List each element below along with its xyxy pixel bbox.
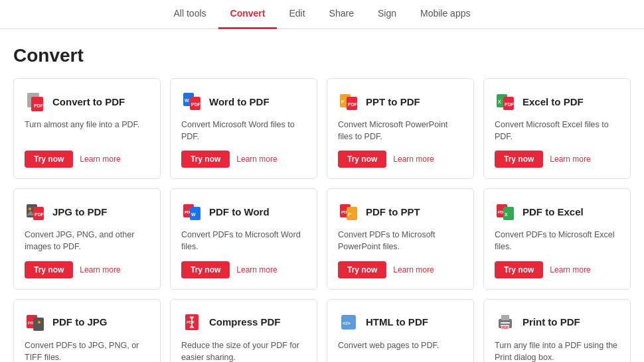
try-now-button-word-to-pdf[interactable]: Try now — [181, 151, 230, 168]
svg-text:PDF: PDF — [34, 103, 44, 108]
card-ppt-to-pdf: P PDF PPT to PDFConvert Microsoft PowerP… — [327, 78, 474, 179]
learn-more-link-jpg-to-pdf[interactable]: Learn more — [80, 265, 120, 274]
svg-text:PDF: PDF — [35, 212, 44, 217]
svg-text:PDF: PDF — [505, 102, 515, 107]
svg-text:X: X — [498, 99, 501, 104]
card-desc-ppt-to-pdf: Convert Microsoft PowerPoint files to PD… — [338, 119, 463, 143]
svg-text:P: P — [341, 99, 345, 104]
card-title-pdf-to-excel: PDF to Excel — [523, 206, 584, 217]
learn-more-link-pdf-to-word[interactable]: Learn more — [236, 265, 277, 274]
card-desc-compress-pdf: Reduce the size of your PDF for easier s… — [181, 339, 306, 363]
learn-more-link-ppt-to-pdf[interactable]: Learn more — [393, 154, 434, 164]
card-title-compress-pdf: Compress PDF — [209, 316, 281, 328]
card-desc-pdf-to-ppt: Convert PDFs to Microsoft PowerPoint fil… — [338, 229, 463, 253]
convert-to-pdf-icon: PDF — [25, 91, 46, 112]
pdf-to-ppt-icon: PDF P — [338, 201, 359, 222]
card-title-convert-to-pdf: Convert to PDF — [52, 96, 125, 107]
card-title-excel-to-pdf: Excel to PDF — [523, 96, 584, 107]
html-to-pdf-icon: </> — [338, 312, 359, 333]
card-pdf-to-excel: PDF X PDF to ExcelConvert PDFs to Micros… — [483, 188, 631, 289]
jpg-to-pdf-icon: PDF — [25, 201, 46, 222]
nav-item-all-tools[interactable]: All tools — [162, 0, 218, 29]
word-to-pdf-icon: W PDF — [181, 91, 202, 112]
learn-more-link-pdf-to-ppt[interactable]: Learn more — [393, 265, 434, 274]
learn-more-link-excel-to-pdf[interactable]: Learn more — [550, 154, 590, 164]
svg-rect-43 — [501, 315, 509, 320]
try-now-button-convert-to-pdf[interactable]: Try now — [25, 151, 73, 168]
svg-text:P: P — [348, 212, 351, 217]
card-actions-pdf-to-ppt: Try nowLearn more — [338, 261, 463, 278]
svg-point-16 — [29, 208, 31, 210]
try-now-button-ppt-to-pdf[interactable]: Try now — [338, 151, 386, 168]
card-header-pdf-to-ppt: PDF P PDF to PPT — [338, 201, 463, 222]
nav-item-mobile-apps[interactable]: Mobile apps — [408, 0, 483, 29]
svg-text:W: W — [185, 98, 189, 103]
compress-pdf-icon: PDF — [181, 312, 202, 333]
card-actions-ppt-to-pdf: Try nowLearn more — [338, 151, 463, 168]
svg-text:</>: </> — [343, 320, 351, 326]
card-desc-print-to-pdf: Turn any file into a PDF using the Print… — [495, 339, 619, 363]
card-pdf-to-jpg: PDF PDF to JPGConvert PDFs to JPG, PNG, … — [13, 299, 161, 363]
card-print-to-pdf: PDF Print to PDFTurn any file into a PDF… — [483, 299, 631, 363]
svg-text:PDF: PDF — [502, 326, 509, 330]
card-title-print-to-pdf: Print to PDF — [523, 316, 580, 328]
cards-grid: PDF Convert to PDFTurn almost any file i… — [0, 78, 644, 362]
pdf-to-jpg-icon: PDF — [25, 312, 46, 333]
card-title-word-to-pdf: Word to PDF — [209, 96, 270, 107]
card-word-to-pdf: W PDF Word to PDFConvert Microsoft Word … — [170, 78, 317, 179]
svg-point-34 — [38, 321, 40, 324]
nav-item-share[interactable]: Share — [317, 0, 366, 29]
card-title-jpg-to-pdf: JPG to PDF — [52, 206, 108, 217]
svg-text:PDF: PDF — [191, 102, 201, 107]
card-title-pdf-to-ppt: PDF to PPT — [366, 206, 420, 217]
card-header-pdf-to-word: PDF W PDF to Word — [181, 201, 306, 222]
try-now-button-jpg-to-pdf[interactable]: Try now — [25, 261, 73, 278]
learn-more-link-pdf-to-excel[interactable]: Learn more — [550, 265, 590, 274]
card-desc-pdf-to-excel: Convert PDFs to Microsoft Excel files. — [495, 229, 619, 253]
card-pdf-to-word: PDF W PDF to WordConvert PDFs to Microso… — [170, 188, 317, 289]
try-now-button-excel-to-pdf[interactable]: Try now — [495, 151, 543, 168]
card-desc-pdf-to-word: Convert PDFs to Microsoft Word files. — [181, 229, 306, 253]
try-now-button-pdf-to-excel[interactable]: Try now — [495, 261, 543, 278]
card-actions-jpg-to-pdf: Try nowLearn more — [25, 261, 149, 278]
nav-item-convert[interactable]: Convert — [218, 0, 278, 29]
card-header-html-to-pdf: </> HTML to PDF — [338, 312, 463, 333]
card-header-jpg-to-pdf: PDF JPG to PDF — [25, 201, 149, 222]
ppt-to-pdf-icon: P PDF — [338, 91, 359, 112]
svg-rect-41 — [501, 322, 510, 324]
card-header-pdf-to-excel: PDF X PDF to Excel — [495, 201, 619, 222]
card-actions-word-to-pdf: Try nowLearn more — [181, 151, 306, 168]
card-actions-excel-to-pdf: Try nowLearn more — [495, 151, 619, 168]
card-desc-html-to-pdf: Convert web pages to PDF. — [338, 339, 463, 363]
svg-text:W: W — [191, 212, 196, 217]
card-actions-pdf-to-excel: Try nowLearn more — [495, 261, 619, 278]
print-to-pdf-icon: PDF — [495, 312, 516, 333]
learn-more-link-word-to-pdf[interactable]: Learn more — [236, 154, 277, 164]
try-now-button-pdf-to-word[interactable]: Try now — [181, 261, 230, 278]
svg-text:PDF: PDF — [187, 320, 195, 324]
card-desc-jpg-to-pdf: Convert JPG, PNG, and other images to PD… — [25, 229, 149, 253]
card-desc-excel-to-pdf: Convert Microsoft Excel files to PDF. — [495, 119, 619, 143]
svg-rect-33 — [33, 318, 44, 331]
card-pdf-to-ppt: PDF P PDF to PPTConvert PDFs to Microsof… — [327, 188, 474, 289]
pdf-to-word-icon: PDF W — [181, 201, 202, 222]
card-desc-pdf-to-jpg: Convert PDFs to JPG, PNG, or TIFF files. — [25, 339, 149, 363]
card-excel-to-pdf: X PDF Excel to PDFConvert Microsoft Exce… — [483, 78, 631, 179]
card-header-excel-to-pdf: X PDF Excel to PDF — [495, 91, 619, 112]
card-title-pdf-to-jpg: PDF to JPG — [52, 316, 108, 328]
card-header-convert-to-pdf: PDF Convert to PDF — [25, 91, 149, 112]
card-header-ppt-to-pdf: P PDF PPT to PDF — [338, 91, 463, 112]
learn-more-link-convert-to-pdf[interactable]: Learn more — [80, 154, 120, 164]
card-actions-convert-to-pdf: Try nowLearn more — [25, 151, 149, 168]
card-desc-word-to-pdf: Convert Microsoft Word files to PDF. — [181, 119, 306, 143]
card-actions-pdf-to-word: Try nowLearn more — [181, 261, 306, 278]
nav-item-edit[interactable]: Edit — [277, 0, 317, 29]
card-header-print-to-pdf: PDF Print to PDF — [495, 312, 619, 333]
card-html-to-pdf: </> HTML to PDFConvert web pages to PDF.… — [327, 299, 474, 363]
nav-item-sign[interactable]: Sign — [366, 0, 408, 29]
page-title: Convert — [13, 29, 644, 78]
top-nav: All toolsConvertEditShareSignMobile apps — [0, 0, 644, 29]
card-jpg-to-pdf: PDF JPG to PDFConvert JPG, PNG, and othe… — [13, 188, 161, 289]
try-now-button-pdf-to-ppt[interactable]: Try now — [338, 261, 386, 278]
card-header-word-to-pdf: W PDF Word to PDF — [181, 91, 306, 112]
